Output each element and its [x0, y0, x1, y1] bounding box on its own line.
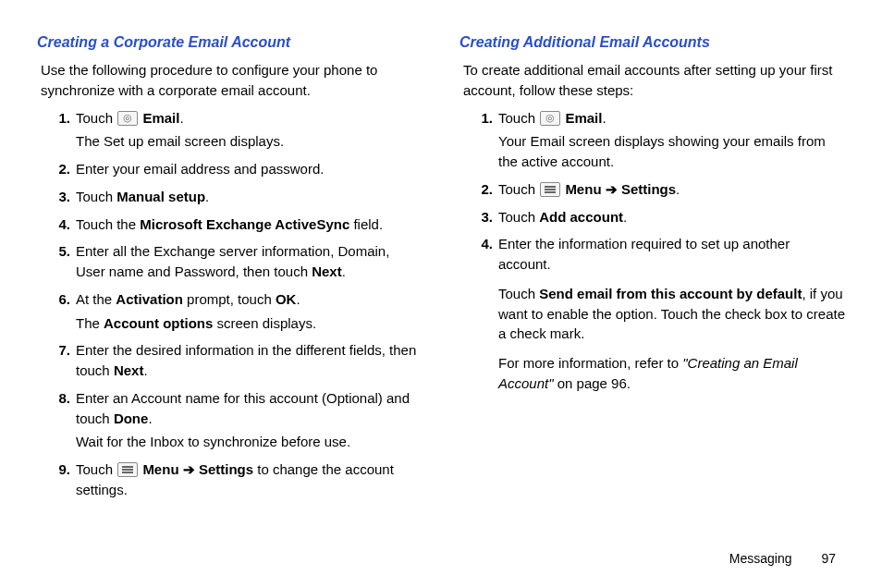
step-number: 8.: [46, 388, 70, 409]
list-item: 3. Touch Manual setup.: [55, 187, 423, 207]
intro-text: To create additional email accounts afte…: [463, 60, 845, 101]
step-number: 4.: [469, 234, 493, 254]
step-text: Enter the information required to set up…: [498, 236, 790, 272]
step-sub: Your Email screen displays showing your …: [498, 131, 845, 172]
step-number: 2.: [469, 179, 493, 200]
step-text: Touch Email.: [498, 110, 606, 126]
step-number: 9.: [46, 459, 70, 480]
steps-list-right: 1. Touch Email. Your Email screen displa…: [478, 108, 845, 394]
step-text: At the Activation prompt, touch OK.: [76, 291, 300, 307]
step-sub: The Set up email screen displays.: [76, 131, 423, 152]
step-text: Touch Email.: [76, 110, 184, 126]
step-text: Enter an Account name for this account (…: [76, 390, 410, 426]
list-item: 7. Enter the desired information in the …: [55, 340, 423, 381]
step-sub: Wait for the Inbox to synchronize before…: [76, 432, 423, 452]
right-column: Creating Additional Email Accounts To cr…: [459, 31, 845, 508]
list-item: 1. Touch Email. Your Email screen displa…: [478, 108, 845, 172]
step-para: For more information, refer to "Creating…: [498, 353, 845, 394]
step-number: 1.: [46, 108, 70, 129]
step-number: 3.: [469, 207, 493, 227]
step-number: 6.: [46, 289, 70, 310]
menu-icon: [540, 182, 560, 197]
page-number: 97: [821, 549, 836, 568]
step-text: Touch Menu ➔ Settings.: [498, 181, 680, 197]
step-text: Touch Manual setup.: [76, 189, 209, 204]
list-item: 8. Enter an Account name for this accoun…: [55, 388, 423, 452]
step-text: Enter all the Exchange server informatio…: [76, 243, 389, 279]
list-item: 1. Touch Email. The Set up email screen …: [55, 108, 423, 153]
step-number: 1.: [469, 108, 493, 129]
step-text: Touch Menu ➔ Settings to change the acco…: [76, 461, 394, 497]
step-number: 5.: [46, 241, 70, 262]
menu-icon: [117, 462, 138, 477]
heading-corporate-email: Creating a Corporate Email Account: [37, 31, 423, 53]
steps-list-left: 1. Touch Email. The Set up email screen …: [55, 108, 423, 500]
list-item: 3. Touch Add account.: [478, 207, 845, 227]
step-text: Touch Add account.: [498, 209, 627, 225]
left-column: Creating a Corporate Email Account Use t…: [37, 31, 423, 508]
step-text: Enter the desired information in the dif…: [76, 342, 416, 378]
intro-text: Use the following procedure to configure…: [41, 60, 423, 101]
step-text: Touch the Microsoft Exchange ActiveSync …: [76, 216, 383, 232]
step-number: 3.: [46, 187, 70, 207]
list-item: 2. Touch Menu ➔ Settings.: [478, 179, 845, 200]
list-item: 4. Enter the information required to set…: [478, 234, 845, 393]
list-item: 5. Enter all the Exchange server informa…: [55, 241, 423, 282]
section-name: Messaging: [729, 551, 792, 566]
email-icon: [117, 111, 138, 126]
heading-additional-email: Creating Additional Email Accounts: [459, 31, 845, 53]
email-icon: [540, 111, 560, 126]
step-number: 4.: [46, 214, 70, 235]
step-text: Enter your email address and password.: [76, 161, 324, 177]
list-item: 9. Touch Menu ➔ Settings to change the a…: [55, 459, 423, 500]
page-footer: Messaging 97: [729, 549, 836, 568]
step-number: 2.: [46, 159, 70, 179]
step-number: 7.: [46, 340, 70, 361]
step-para: Touch Send email from this account by de…: [498, 284, 845, 344]
list-item: 6. At the Activation prompt, touch OK. T…: [55, 289, 423, 334]
step-sub: The Account options screen displays.: [76, 313, 423, 334]
list-item: 2. Enter your email address and password…: [55, 159, 423, 179]
list-item: 4. Touch the Microsoft Exchange ActiveSy…: [55, 214, 423, 235]
